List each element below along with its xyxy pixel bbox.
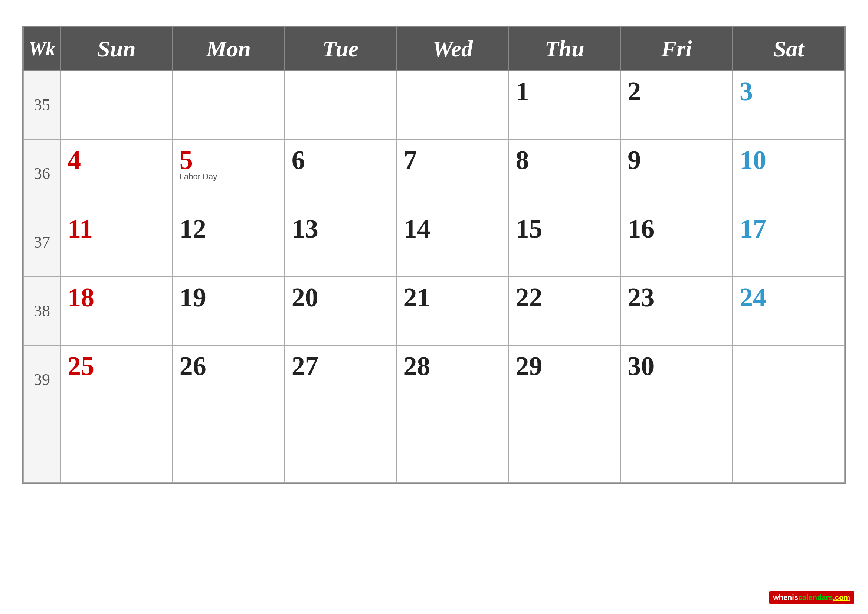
calendar-day[interactable]: 15 <box>508 208 620 276</box>
calendar-day[interactable]: 27 <box>285 345 397 414</box>
calendar-day[interactable]: 4 <box>60 139 172 208</box>
calendar-day[interactable]: 25 <box>60 345 172 414</box>
day-header-fri: Fri <box>620 27 733 71</box>
holiday-label: Labor Day <box>180 172 277 181</box>
calendar-day <box>172 71 285 139</box>
day-header-mon: Mon <box>172 27 285 71</box>
week-number: 38 <box>23 276 60 345</box>
calendar-day[interactable]: 10 <box>733 139 845 208</box>
week-number: 36 <box>23 139 60 208</box>
calendar-day[interactable]: 14 <box>397 208 509 276</box>
calendar-day <box>60 71 172 139</box>
calendar-day[interactable]: 6 <box>285 139 397 208</box>
calendar-day[interactable]: 7 <box>397 139 509 208</box>
calendar-day <box>733 414 845 482</box>
calendar-day[interactable]: 23 <box>620 276 733 345</box>
calendar-day[interactable]: 5Labor Day <box>172 139 285 208</box>
wk-header: Wk <box>23 27 60 71</box>
calendar-day[interactable]: 13 <box>285 208 397 276</box>
calendar-day <box>620 414 733 482</box>
calendar-day[interactable]: 18 <box>60 276 172 345</box>
calendar-day[interactable]: 3 <box>733 71 845 139</box>
calendar-day[interactable]: 30 <box>620 345 733 414</box>
calendar-day[interactable]: 21 <box>397 276 509 345</box>
calendar-day <box>60 414 172 482</box>
calendar-day[interactable]: 26 <box>172 345 285 414</box>
calendar-day[interactable]: 16 <box>620 208 733 276</box>
calendar-day[interactable]: 29 <box>508 345 620 414</box>
week-number: 37 <box>23 208 60 276</box>
calendar: WkSunMonTueWedThuFriSat 351233645Labor D… <box>22 26 846 484</box>
day-header-sat: Sat <box>733 27 845 71</box>
calendar-day[interactable]: 12 <box>172 208 285 276</box>
week-row: 3645Labor Day678910 <box>23 139 845 208</box>
week-row: 35123 <box>23 71 845 139</box>
week-row: 39252627282930 <box>23 345 845 414</box>
watermark[interactable]: wheniscalendars.com <box>769 591 854 604</box>
day-header-thu: Thu <box>508 27 620 71</box>
calendar-day[interactable]: 2 <box>620 71 733 139</box>
calendar-day <box>397 414 509 482</box>
calendar-day[interactable]: 17 <box>733 208 845 276</box>
calendar-day <box>285 71 397 139</box>
day-header-sun: Sun <box>60 27 172 71</box>
calendar-day[interactable]: 8 <box>508 139 620 208</box>
calendar-day[interactable]: 28 <box>397 345 509 414</box>
calendar-day <box>172 414 285 482</box>
calendar-day[interactable]: 20 <box>285 276 397 345</box>
week-number: 39 <box>23 345 60 414</box>
day-header-tue: Tue <box>285 27 397 71</box>
watermark-text: wheniscalendars.com <box>773 593 850 602</box>
week-row: 3818192021222324 <box>23 276 845 345</box>
week-number: 35 <box>23 71 60 139</box>
calendar-day[interactable]: 24 <box>733 276 845 345</box>
day-header-wed: Wed <box>397 27 509 71</box>
calendar-day <box>508 414 620 482</box>
calendar-day <box>397 71 509 139</box>
week-number <box>23 414 60 482</box>
calendar-day[interactable]: 22 <box>508 276 620 345</box>
calendar-day[interactable]: 9 <box>620 139 733 208</box>
calendar-day <box>733 345 845 414</box>
calendar-day[interactable]: 19 <box>172 276 285 345</box>
week-row <box>23 414 845 482</box>
week-row: 3711121314151617 <box>23 208 845 276</box>
calendar-day[interactable]: 11 <box>60 208 172 276</box>
calendar-day <box>285 414 397 482</box>
calendar-day[interactable]: 1 <box>508 71 620 139</box>
